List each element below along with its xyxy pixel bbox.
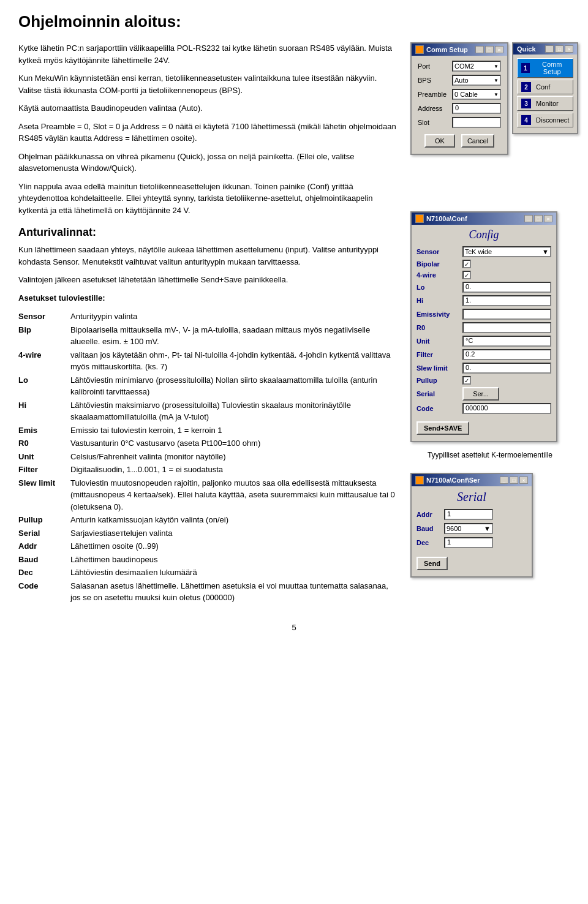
config-row-filter: Filter0.2 [417, 349, 551, 360]
comm-setup-body: Port COM2 ▼ BPS Auto [412, 56, 507, 154]
table-row: CodeSalasanan asetus lähettimelle. Lähet… [18, 579, 398, 605]
comm-setup-title-area: Comm Setup [415, 45, 468, 54]
config-field-value[interactable]: ✓ [462, 376, 551, 385]
serial-title: N7100a\Conf\Ser [426, 476, 480, 484]
row-desc: Bipolaarisella mittauksella mV-, V- ja m… [70, 323, 398, 348]
intro-para2: Kun MekuWin käynnistetään ensi kerran, t… [18, 72, 398, 96]
config-field-input[interactable]: 0.2 [462, 349, 551, 360]
config-field-value [462, 322, 551, 333]
row-desc: Lähettimen osoite (0..99) [70, 540, 398, 553]
serial-field-input[interactable]: 1 [444, 509, 493, 520]
config-field-input[interactable]: 0. [462, 282, 551, 293]
config-field-label: Slew limit [417, 364, 462, 372]
config-close[interactable]: × [544, 215, 552, 222]
serial-send-button[interactable]: Send [417, 557, 448, 570]
config-field-value [462, 309, 551, 320]
row-label: Addr [18, 540, 70, 553]
serial-field-value[interactable]: 9600▼ [444, 523, 493, 534]
port-label: Port [418, 62, 452, 70]
config-maximize[interactable]: □ [534, 215, 543, 222]
config-field-input[interactable]: °C [462, 336, 551, 347]
row-desc: Lähettimen baudinopeus [70, 553, 398, 567]
row-label: Serial [18, 527, 70, 540]
config-minimize[interactable]: _ [524, 215, 533, 222]
slot-input[interactable] [452, 117, 501, 128]
maximize-button[interactable]: □ [485, 46, 494, 53]
config-field-label: Serial [417, 390, 462, 397]
serial-dropdown-value: 9600 [447, 525, 461, 532]
serial-dropdown[interactable]: 9600▼ [444, 523, 493, 534]
address-input[interactable]: 0 [452, 103, 501, 114]
config-field-label: Sensor [417, 248, 462, 255]
row-desc: valitaan jos käytetään ohm-, Pt- tai Ni-… [70, 348, 398, 374]
cancel-button[interactable]: Cancel [461, 134, 494, 148]
intro-para1: Kytke lähetin PC:n sarjaporttiin välikaa… [18, 42, 398, 66]
serial-field-input[interactable]: 1 [444, 537, 493, 548]
quick-item-comm-setup[interactable]: 1Comm Setup [517, 58, 573, 78]
config-checkbox[interactable]: ✓ [462, 376, 471, 385]
minimize-button[interactable]: _ [475, 46, 484, 53]
close-button[interactable]: × [495, 46, 503, 53]
quick-titlebar: Quick _ □ × [513, 43, 577, 55]
serial-dropdown-arrow: ▼ [484, 525, 491, 532]
ok-button[interactable]: OK [424, 134, 455, 148]
anturivalinnat-para2: Valintojen jälkeen asetukset lähetetään … [18, 274, 398, 286]
table-row: DecLähtöviestin desimaalien lukumäärä [18, 566, 398, 579]
config-field-value[interactable]: TcK wide▼ [462, 246, 551, 257]
serial-titlebar: N7100a\Conf\Ser _ □ × [412, 474, 532, 486]
config-field-label: Unit [417, 337, 462, 345]
config-row-emissivity: Emissivity [417, 309, 551, 320]
row-label: Baud [18, 553, 70, 567]
preamble-dropdown[interactable]: 0 Cable ▼ [452, 89, 501, 100]
serial-field-value: 1 [444, 537, 493, 548]
row-label: Hi [18, 399, 70, 424]
config-field-label: Emissivity [417, 311, 462, 318]
address-control: 0 [452, 103, 501, 114]
config-field-input[interactable]: 000000 [462, 403, 551, 414]
comm-area: Comm Setup _ □ × Port COM2 ▼ [410, 42, 570, 162]
address-label: Address [418, 105, 452, 112]
config-checkbox[interactable]: ✓ [462, 260, 471, 268]
config-field-input[interactable]: 0. [462, 363, 551, 374]
row-label: Emis [18, 424, 70, 437]
row-desc: Celsius/Fahrenheit valinta (monitor näyt… [70, 450, 398, 464]
anturivalinnat-para1: Kun lähettimeen saadaan yhteys, näytölle… [18, 244, 398, 268]
quick-item-conf[interactable]: 2Conf [517, 80, 573, 94]
quick-close-button[interactable]: × [565, 45, 573, 53]
row-label: Dec [18, 566, 70, 579]
row-desc: Anturin katkamissuojan käytön valinta (o… [70, 513, 398, 527]
config-field-label: Pullup [417, 377, 462, 384]
serial-window-buttons[interactable]: _ □ × [500, 476, 528, 484]
config-field-label: Filter [417, 351, 462, 358]
config-row-unit: Unit°C [417, 336, 551, 347]
config-field-button[interactable]: Ser... [462, 387, 499, 401]
config-field-value[interactable]: Ser... [462, 387, 551, 401]
serial-close[interactable]: × [519, 476, 528, 484]
row-desc: Vastusanturin 0°C vastusarvo (aseta Pt10… [70, 437, 398, 450]
asetukset-title: Asetukset tuloviestille: [18, 292, 398, 304]
quick-maximize-button[interactable]: □ [555, 45, 564, 53]
serial-maximize[interactable]: □ [510, 476, 518, 484]
config-dropdown[interactable]: TcK wide▼ [462, 246, 551, 257]
serial-field-label: Addr [417, 511, 444, 518]
port-dropdown[interactable]: COM2 ▼ [452, 61, 501, 72]
config-field-input[interactable] [462, 309, 551, 320]
serial-dialog: N7100a\Conf\Ser _ □ × Serial Addr1Baud96… [410, 473, 533, 578]
config-field-value[interactable]: ✓ [462, 260, 551, 268]
quick-minimize-button[interactable]: _ [545, 45, 554, 53]
quick-item-disconnect[interactable]: 4Disconnect [517, 113, 573, 127]
config-window-buttons[interactable]: _ □ × [524, 215, 552, 222]
serial-fields: Addr1Baud9600▼Dec1 [417, 509, 527, 548]
comm-setup-window-buttons[interactable]: _ □ × [475, 46, 503, 53]
config-checkbox[interactable]: ✓ [462, 271, 471, 279]
quick-item-monitor[interactable]: 3Monitor [517, 96, 573, 111]
bps-dropdown[interactable]: Auto ▼ [452, 75, 501, 86]
config-field-input[interactable]: 1. [462, 295, 551, 306]
config-row-hi: Hi1. [417, 295, 551, 306]
serial-minimize[interactable]: _ [500, 476, 508, 484]
quick-item-label: Conf [536, 83, 550, 91]
config-field-value[interactable]: ✓ [462, 271, 551, 279]
send-save-button[interactable]: Send+SAVE [417, 421, 469, 435]
quick-window-buttons[interactable]: _ □ × [545, 45, 573, 53]
config-field-input[interactable] [462, 322, 551, 333]
